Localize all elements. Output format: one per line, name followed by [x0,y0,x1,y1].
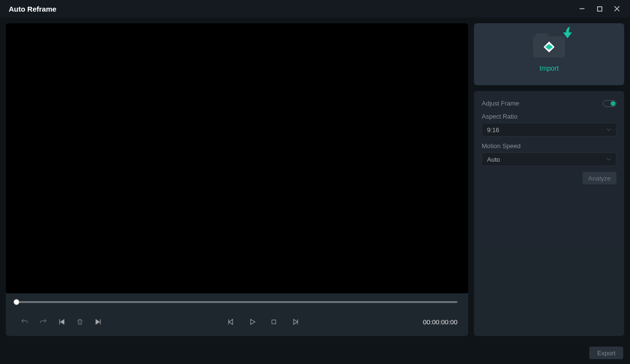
go-to-end-button[interactable] [93,317,104,327]
window-controls [578,4,626,13]
import-button[interactable]: Import [474,23,624,85]
adjust-frame-row: Adjust Frame [482,100,616,107]
titlebar: Auto Reframe [0,0,630,17]
svg-rect-1 [598,7,602,11]
playback-controls [112,317,414,327]
minimize-button[interactable] [578,4,586,13]
timeline-scrubber[interactable] [16,301,457,303]
aspect-ratio-select[interactable]: 9:16 [482,123,616,136]
auto-reframe-window: Auto Reframe [0,0,630,364]
timeline-row [6,293,468,311]
export-button[interactable]: Export [589,347,623,359]
step-forward-button[interactable] [290,317,300,327]
settings-panel: Adjust Frame Aspect Ratio 9:16 M [474,91,624,336]
close-button[interactable] [613,4,621,13]
edit-controls [19,317,104,327]
preview-panel: 00:00:00:00 [6,23,468,336]
video-preview[interactable] [6,23,468,293]
play-button[interactable] [247,317,258,327]
maximize-button[interactable] [595,4,604,13]
stop-button[interactable] [268,317,279,327]
logo-icon [544,42,555,53]
body: 00:00:00:00 Import Adjust Frame [0,17,630,342]
adjust-frame-label: Adjust Frame [482,100,519,107]
chevron-down-icon [606,126,611,134]
motion-speed-select[interactable]: Auto [482,152,616,166]
adjust-frame-toggle[interactable] [603,100,616,107]
analyze-row: Analyze [482,172,616,184]
sidebar: Import Adjust Frame Aspect Ratio 9:16 [474,23,624,336]
motion-speed-group: Motion Speed Auto [482,142,616,166]
delete-button[interactable] [75,317,85,327]
player-controls: 00:00:00:00 [6,311,468,336]
svg-marker-8 [96,319,100,325]
aspect-ratio-label: Aspect Ratio [482,113,616,120]
go-to-start-button[interactable] [56,317,67,327]
aspect-ratio-group: Aspect Ratio 9:16 [482,113,616,136]
chevron-down-icon [606,156,611,163]
redo-button[interactable] [38,317,48,327]
window-title: Auto Reframe [9,5,56,13]
toggle-knob [611,101,615,106]
svg-rect-13 [272,320,276,324]
step-back-button[interactable] [226,317,236,327]
aspect-ratio-value: 9:16 [487,126,499,134]
svg-marker-5 [60,319,64,325]
import-label: Import [539,64,559,72]
analyze-button[interactable]: Analyze [583,172,616,184]
footer: Export [0,342,630,364]
svg-marker-12 [251,319,255,325]
svg-marker-10 [229,319,233,325]
undo-button[interactable] [19,317,30,327]
motion-speed-value: Auto [487,156,500,163]
svg-marker-15 [294,319,298,325]
folder-icon [533,36,565,58]
timeline-playhead[interactable] [14,299,19,305]
timecode-display: 00:00:00:00 [423,318,457,326]
download-arrow-icon [561,26,574,40]
motion-speed-label: Motion Speed [482,142,616,150]
